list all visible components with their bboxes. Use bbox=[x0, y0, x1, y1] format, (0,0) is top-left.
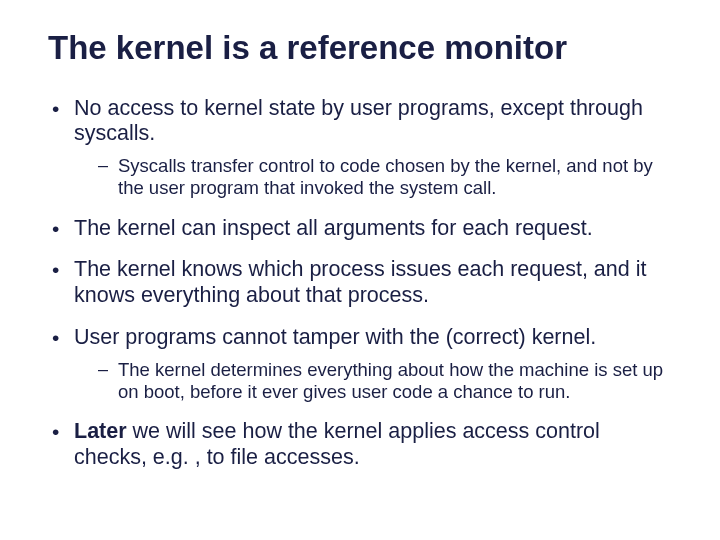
bullet-4-sub-1-text: The kernel determines everything about h… bbox=[118, 359, 663, 402]
bullet-5-lead: Later bbox=[74, 419, 127, 443]
bullet-4-sublist: The kernel determines everything about h… bbox=[74, 359, 672, 403]
bullet-1-sublist: Syscalls transfer control to code chosen… bbox=[74, 155, 672, 199]
slide-title: The kernel is a reference monitor bbox=[48, 28, 672, 68]
bullet-list: No access to kernel state by user progra… bbox=[48, 96, 672, 471]
bullet-3-text: The kernel knows which process issues ea… bbox=[74, 257, 646, 307]
bullet-3: The kernel knows which process issues ea… bbox=[52, 257, 672, 309]
bullet-5-rest: we will see how the kernel applies acces… bbox=[74, 419, 600, 469]
slide: The kernel is a reference monitor No acc… bbox=[0, 0, 720, 540]
bullet-1-text: No access to kernel state by user progra… bbox=[74, 96, 643, 146]
bullet-4-text: User programs cannot tamper with the (co… bbox=[74, 325, 596, 349]
bullet-1: No access to kernel state by user progra… bbox=[52, 96, 672, 200]
bullet-1-sub-1-text: Syscalls transfer control to code chosen… bbox=[118, 155, 653, 198]
bullet-2: The kernel can inspect all arguments for… bbox=[52, 216, 672, 242]
bullet-1-sub-1: Syscalls transfer control to code chosen… bbox=[98, 155, 672, 199]
bullet-4: User programs cannot tamper with the (co… bbox=[52, 325, 672, 403]
bullet-5: Later we will see how the kernel applies… bbox=[52, 419, 672, 471]
bullet-4-sub-1: The kernel determines everything about h… bbox=[98, 359, 672, 403]
bullet-2-text: The kernel can inspect all arguments for… bbox=[74, 216, 593, 240]
